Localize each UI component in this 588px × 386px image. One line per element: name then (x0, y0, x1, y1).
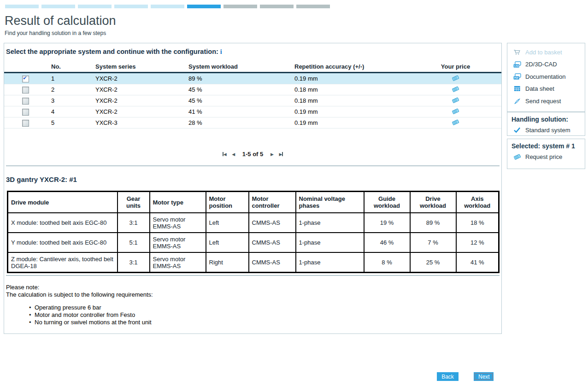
system-checkbox[interactable] (22, 76, 29, 82)
pagination-next-icon[interactable]: ▶ (270, 152, 274, 157)
pen-icon (513, 98, 521, 105)
cart-icon (513, 49, 521, 56)
detail-cell: 89 % (410, 213, 456, 233)
detail-cell: 1-phase (296, 252, 364, 273)
system-accuracy: 0.19 mm (290, 117, 410, 129)
detail-cell: Left (206, 213, 249, 233)
pagination-label: 1-5 of 5 (242, 151, 264, 158)
system-checkbox[interactable] (22, 120, 29, 127)
sidebar-action-data-sheet[interactable]: Data sheet (507, 83, 585, 95)
system-series: YXCR-2 (91, 106, 184, 117)
detail-cell: 3:1 (118, 252, 150, 273)
note-block: Please note: The calculation is subject … (6, 284, 153, 326)
column-no: No. (47, 62, 91, 73)
price-tag-icon[interactable] (452, 109, 459, 116)
price-tag-icon[interactable] (452, 98, 459, 105)
detail-cell: 8 % (364, 252, 410, 273)
datasheet-icon (513, 85, 521, 92)
price-tag-icon (513, 153, 521, 160)
results-panel: Select the appropriate system and contin… (4, 43, 502, 334)
detail-cell: 41 % (456, 252, 499, 273)
detail-column-header: Motor controller (249, 192, 296, 213)
system-checkbox[interactable] (22, 98, 29, 105)
detail-cell: 25 % (410, 252, 456, 273)
note-bullet: Operating pressure 6 bar (29, 304, 153, 311)
system-row[interactable]: 5YXCR-328 %0.19 mm (4, 117, 501, 129)
system-no: 1 (47, 73, 91, 84)
separator (6, 275, 500, 276)
system-workload: 45 % (184, 95, 290, 106)
column-system-workload: System workload (184, 62, 290, 73)
detail-cell: CMMS-AS (249, 213, 296, 233)
request-price-link[interactable]: Request price (507, 151, 585, 163)
detail-cell: 19 % (364, 213, 410, 233)
sidebar-action-documentation[interactable]: PDFDocumentation (507, 70, 585, 83)
note-line1: Please note: (6, 284, 153, 291)
sidebar-action-label: Documentation (525, 73, 565, 80)
system-workload: 89 % (184, 73, 290, 84)
progress-step-todo (260, 5, 294, 8)
sidebar-action-label: 2D/3D-CAD (525, 61, 557, 68)
handling-solution-value: Standard system (507, 124, 585, 136)
system-accuracy: 0.18 mm (290, 84, 410, 95)
system-checkbox-cell (4, 117, 47, 129)
check-icon (513, 127, 521, 133)
detail-column-header: Drive module (8, 192, 118, 213)
progress-step-todo (223, 5, 257, 8)
svg-text:CAD: CAD (514, 65, 519, 67)
your-price-cell (410, 73, 501, 84)
progress-step-done (151, 5, 184, 8)
svg-text:PDF: PDF (514, 77, 518, 79)
system-series: YXCR-3 (91, 117, 184, 129)
system-checkbox-cell (4, 106, 47, 117)
detail-cell: 7 % (410, 233, 456, 252)
system-workload: 45 % (184, 84, 290, 95)
detail-row: Y module: toothed belt axis EGC-805:1Ser… (8, 233, 499, 252)
handling-solution-label: Standard system (525, 127, 570, 134)
sidebar-action-add-to-basket[interactable]: Add to basket (507, 46, 585, 58)
selected-system-panel: Selected: system # 1 Request price (507, 139, 585, 169)
system-checkbox[interactable] (22, 109, 29, 116)
request-price-label: Request price (525, 153, 562, 160)
detail-cell: 5:1 (118, 233, 150, 252)
next-button[interactable]: Next (474, 372, 494, 381)
sidebar-actions-panel: Add to basketCAD2D/3D-CADPDFDocumentatio… (507, 43, 585, 112)
detail-cell: Left (206, 233, 249, 252)
selected-system-title: Selected: system # 1 (507, 139, 585, 151)
price-tag-icon[interactable] (452, 120, 459, 127)
price-tag-icon[interactable] (452, 87, 459, 94)
sidebar-action-2d-3d-cad[interactable]: CAD2D/3D-CAD (507, 58, 585, 71)
system-table-header-row: No. System series System workload Repeti… (4, 62, 501, 73)
system-no: 3 (47, 95, 91, 106)
system-row[interactable]: 2YXCR-245 %0.18 mm (4, 84, 501, 95)
detail-column-header: Nominal voltage phases (296, 192, 364, 213)
detail-cell: Z module: Cantilever axis, toothed belt … (8, 252, 118, 273)
separator (6, 165, 500, 166)
selection-heading: Select the appropriate system and contin… (6, 48, 222, 56)
system-no: 2 (47, 84, 91, 95)
pagination-last-icon[interactable]: ▶ (279, 152, 283, 157)
back-button[interactable]: Back (437, 372, 459, 381)
pagination: ◀ ◀ 1-5 of 5 ▶ ▶ (4, 150, 501, 158)
progress-steps (5, 5, 330, 8)
price-tag-icon[interactable] (452, 76, 459, 82)
system-row[interactable]: 4YXCR-241 %0.19 mm (4, 106, 501, 117)
system-checkbox[interactable] (22, 87, 29, 94)
handling-solution-title: Handling solution: (507, 112, 585, 124)
system-row[interactable]: 3YXCR-245 %0.18 mm (4, 95, 501, 106)
system-no: 5 (47, 117, 91, 129)
pagination-first-icon[interactable]: ◀ (223, 152, 227, 157)
detail-cell: CMMS-AS (249, 233, 296, 252)
detail-cell: CMMS-AS (249, 252, 296, 273)
selection-heading-text: Select the appropriate system and contin… (6, 48, 218, 55)
detail-cell: 18 % (456, 213, 499, 233)
system-row[interactable]: 1YXCR-289 %0.19 mm (4, 73, 501, 84)
sidebar-action-send-request[interactable]: Send request (507, 95, 585, 107)
pagination-prev-icon[interactable]: ◀ (232, 152, 235, 157)
info-icon[interactable]: i (220, 48, 222, 55)
page-title: Result of calculation (5, 14, 116, 28)
detail-row: X module: toothed belt axis EGC-803:1Ser… (8, 213, 499, 233)
detail-cell: Right (206, 252, 249, 273)
detail-column-header: Motor position (206, 192, 249, 213)
your-price-cell (410, 117, 501, 129)
